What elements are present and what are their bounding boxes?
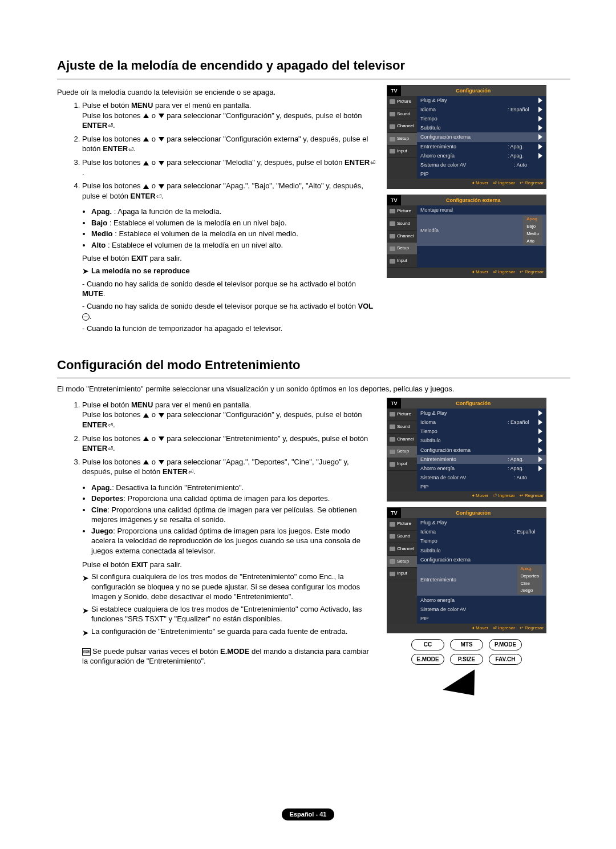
right-icon [538,107,542,112]
osd-row-ent: Entretenimiento Apag. Deportes Cine Jueg… [417,564,546,596]
right-icon [538,428,542,434]
down-icon [159,413,164,418]
step: Pulse los botones o para seleccionar "Co… [82,134,376,154]
right-icon [538,98,542,103]
right-icon [538,447,542,453]
osd-body: Plug & Play Idioma: Español Tiempo Subtí… [417,96,546,179]
down-icon [159,436,164,441]
right-icon [538,466,542,471]
setup-icon [390,137,395,142]
step: Pulse los botones o para seleccionar "Ap… [82,181,376,201]
sound-icon [390,424,395,429]
right-icon [538,116,542,122]
picture-icon [390,522,395,527]
noplay-3: - Cuando la función de temporizador ha a… [82,324,376,334]
down-icon [159,114,164,118]
setup-icon [390,450,395,454]
notes: ➤Si configura cualquiera de los tres mod… [82,572,376,638]
divider [57,79,570,79]
enter-icon: ⏎ [370,159,375,167]
remote-note: ⌨Se puede pulsar varias veces el botón E… [82,646,376,666]
exit-line: Pulse el botón EXIT para salir. [82,253,376,264]
section1-osd: TVConfiguración Picture Sound Channel Se… [387,85,546,336]
remote-mts: MTS [450,639,483,650]
right-icon [538,419,542,425]
entertainment-options: Apag.: Desactiva la función "Entretenimi… [82,483,376,556]
chevron-icon: ➤ [82,628,89,638]
up-icon [143,184,149,189]
noplay-title: ➤La melodía no se reproduce [82,266,376,277]
minus-icon: – [82,313,90,321]
channel-icon [390,124,395,129]
remote-emode: E.MODE [411,654,444,665]
enter-icon: ⏎ [128,145,133,154]
step: Pulse los botones o para seleccionar "Me… [82,157,376,177]
up-icon [143,137,149,142]
step: Pulse los botones o para seleccionar "En… [82,434,376,454]
channel-icon [390,234,395,238]
sidebar-sound: Sound [387,108,417,121]
remote-psize: P.SIZE [450,654,483,665]
section2-title: Configuración del modo Entretenimiento [57,357,570,374]
input-icon [390,149,395,153]
right-icon [538,144,542,149]
enter-icon: ⏎ [108,122,113,130]
channel-icon [390,437,395,442]
sound-icon [390,221,395,226]
step: Pulse el botón MENU para ver el menú en … [82,400,376,430]
chevron-icon: ➤ [82,266,89,277]
section2-osd: TVConfiguración Picture Sound Channel Se… [387,398,546,694]
channel-icon [390,547,395,551]
sidebar-input: Input [387,145,417,158]
osd-row-melodia: Melodía Apag. Bajo Medio Alto [417,215,546,246]
setup-icon [390,246,395,251]
osd-config-ent-opts: TVConfiguración Picture Sound Channel Se… [387,507,546,633]
osd-config: TVConfiguración Picture Sound Channel Se… [387,85,546,189]
picture-icon [390,412,395,417]
remote-pmode: P.MODE [489,639,522,650]
page: Ajuste de la melodía de encendido y apag… [0,0,616,849]
option-list: Apag. Bajo Medio Alto [523,216,542,245]
setup-icon [390,559,395,564]
section2-steps: Pulse el botón MENU para ver el menú en … [57,400,376,477]
list-item: Medio : Establece el volumen de la melod… [91,229,376,239]
section2-wrap: Pulse el botón MENU para ver el menú en … [57,398,570,694]
up-icon [143,161,149,165]
option-list: Apag. Deportes Cine Juego [517,565,542,595]
down-icon [159,184,164,189]
noplay-2: - Cuando no hay salida de sonido desde e… [82,301,376,321]
step: Pulse el botón MENU para ver el menú en … [82,100,376,131]
enter-icon: ⏎ [108,444,113,453]
right-icon [538,153,542,159]
section1-wrap: Puede oír la melodía cuando la televisió… [57,85,570,336]
right-icon [538,410,542,416]
melody-options: Apag. : Apaga la función de la melodía. … [82,207,376,250]
step: Pulse los botones o para seleccionar "Ap… [82,457,376,477]
remote-cc: CC [411,639,444,650]
picture-icon [390,209,395,213]
sound-icon [390,534,395,539]
list-item: Cine: Proporciona una calidad óptima de … [91,505,376,525]
sidebar-channel: Channel [387,120,417,133]
up-icon [143,460,149,464]
osd-config-ent: TVConfiguración Picture Sound Channel Se… [387,398,546,502]
sidebar-picture: Picture [387,96,417,108]
enter-icon: ⏎ [188,468,193,476]
up-icon [143,436,149,441]
remote-buttons: CC MTS P.MODE E.MODE P.SIZE FAV.CH [387,639,546,694]
remote-icon: ⌨ [82,648,91,656]
osd-footer: ♦ Mover⏎ Ingresar↩ Regresar [387,179,546,188]
right-icon [538,134,542,140]
section1-title: Ajuste de la melodía de encendido y apag… [57,57,570,74]
sound-icon [390,112,395,116]
exit-line: Pulse el botón EXIT para salir. [82,560,376,570]
down-icon [159,137,164,142]
osd-sidebar: Picture Sound Channel Setup Input [387,96,417,179]
chevron-icon: ➤ [82,605,89,624]
up-icon [143,114,149,118]
osd-row-selected: Entretenimiento: Apag. [417,455,546,464]
section1-intro: Puede oír la melodía cuando la televisió… [57,87,376,98]
input-icon [390,572,395,576]
section2-text: Pulse el botón MENU para ver el menú en … [57,398,376,694]
osd-config-ext: TVConfiguración externa Picture Sound Ch… [387,195,546,278]
